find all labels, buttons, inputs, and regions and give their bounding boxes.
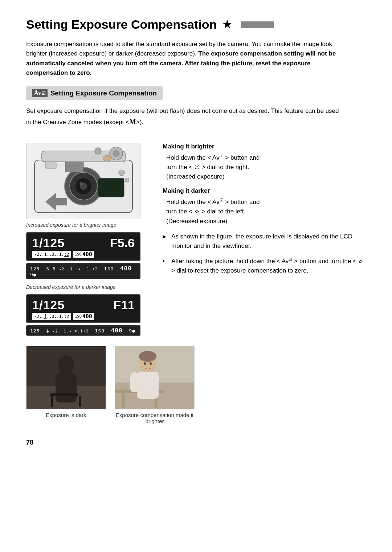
svg-point-42 <box>150 362 152 365</box>
iso-val-2: 400 <box>82 313 92 320</box>
main-content: Increased exposure for a brighter image … <box>26 143 366 424</box>
section-header-title: Setting Exposure Compensation <box>50 89 157 97</box>
right-column: Making it brighter Hold down the < Av☑ >… <box>163 143 366 281</box>
lcd-shutter-1: 1/125 <box>32 236 65 250</box>
photo-dark <box>26 346 106 409</box>
photos-row: Exposure is dark <box>26 346 150 424</box>
svg-point-37 <box>139 351 156 362</box>
camera-caption: Increased exposure for a brighter image <box>26 222 150 228</box>
iso-label-2: ISO <box>75 314 82 318</box>
making-brighter-title: Making it brighter <box>163 143 366 150</box>
svg-point-16 <box>103 155 111 161</box>
lcd-scale-1: -2..1..0..1.:2 <box>32 251 71 258</box>
bullet-list: As shown in the figure, the exposure lev… <box>163 232 366 275</box>
section-desc: Set exposure compensation if the exposur… <box>26 106 342 127</box>
svg-rect-14 <box>98 178 124 197</box>
dark-photo-svg <box>26 346 106 409</box>
vf-text-2: 125 ‡ -2..1.•.♦.1+2 ISO 400 9● <box>30 327 135 334</box>
iso-val-1: 400 <box>82 251 92 258</box>
divider <box>26 135 366 135</box>
intro-paragraph: Exposure compensation is used to alter t… <box>26 40 346 78</box>
lcd-iso-2: ISO 400 <box>73 313 94 320</box>
svg-point-12 <box>125 178 129 182</box>
lcd2-caption: Decreased exposure for a darker image <box>26 284 150 290</box>
svg-rect-25 <box>26 346 106 409</box>
bright-photo-svg <box>115 346 194 409</box>
lcd-shutter-2: 1/125 <box>32 298 65 312</box>
page-number: 78 <box>26 439 366 446</box>
svg-point-8 <box>113 150 120 157</box>
svg-rect-15 <box>65 162 83 172</box>
lcd-aperture-2: F11 <box>113 298 135 312</box>
making-brighter-text: Hold down the < Av☑ > button and turn th… <box>163 152 366 182</box>
photo-bright <box>115 346 195 409</box>
photo-bright-caption: Exposure compensation made it brighter <box>115 412 195 424</box>
vf-strip-1: 125 5.6 -2..1..•..1.+2 ISO 400 9● <box>26 263 140 279</box>
svg-rect-40 <box>149 372 157 392</box>
svg-rect-34 <box>122 393 124 408</box>
title-text: Setting Exposure Compensation <box>26 17 217 32</box>
title-star: ★ <box>222 19 232 30</box>
av-icon: Av☑ <box>32 89 48 97</box>
svg-point-5 <box>79 182 82 185</box>
lcd-top-row-1: 1/125 F5.6 <box>32 236 135 250</box>
svg-point-9 <box>95 148 101 154</box>
lcd-scale-row-1: -2..1..0..1.:2 ISO 400 <box>32 251 135 258</box>
making-darker-text: Hold down the < Av☑ > button and turn th… <box>163 197 366 226</box>
section-desc-text: Set exposure compensation if the exposur… <box>26 107 339 125</box>
photo-dark-caption: Exposure is dark <box>46 412 86 418</box>
lcd-scale-2: -2..|..0..1.:2 <box>32 313 71 320</box>
title-bar <box>241 21 274 28</box>
making-darker-title: Making it darker <box>163 187 366 195</box>
page-title: Setting Exposure Compensation★ <box>26 17 366 32</box>
vf-strip-2: 125 ‡ -2..1.•.♦.1+2 ISO 400 9● <box>26 325 140 336</box>
camera-illustration <box>31 146 136 216</box>
svg-rect-39 <box>130 372 138 392</box>
svg-point-41 <box>144 362 146 365</box>
lcd-scale-row-2: -2..|..0..1.:2 ISO 400 <box>32 313 135 320</box>
section-desc-end: >). <box>136 119 143 126</box>
svg-point-11 <box>119 170 124 176</box>
section-desc-m: M <box>129 118 136 126</box>
svg-rect-10 <box>45 162 56 168</box>
left-column: Increased exposure for a brighter image … <box>26 143 150 424</box>
iso-label-1: ISO <box>75 252 82 256</box>
bullet-item-2: After taking the picture, hold down the … <box>163 256 366 275</box>
camera-diagram <box>26 143 140 219</box>
lcd-iso-1: ISO 400 <box>73 251 94 258</box>
photo-dark-container: Exposure is dark <box>26 346 106 424</box>
lcd-display-2: 1/125 F11 -2..|..0..1.:2 ISO 400 <box>26 294 140 323</box>
lcd-display-1: 1/125 F5.6 -2..1..0..1.:2 ISO 400 <box>26 232 140 261</box>
lcd-aperture-1: F5.6 <box>110 236 135 250</box>
camera-svg-area <box>26 143 140 219</box>
photo-bright-container: Exposure compensation made it brighter <box>115 346 195 424</box>
lcd-top-row-2: 1/125 F11 <box>32 298 135 312</box>
vf-text-1: 125 5.6 -2..1..•..1.+2 ISO 400 9● <box>30 265 136 277</box>
section-header: Av☑ Setting Exposure Compensation <box>26 86 163 100</box>
bullet-item-1: As shown in the figure, the exposure lev… <box>163 232 366 251</box>
